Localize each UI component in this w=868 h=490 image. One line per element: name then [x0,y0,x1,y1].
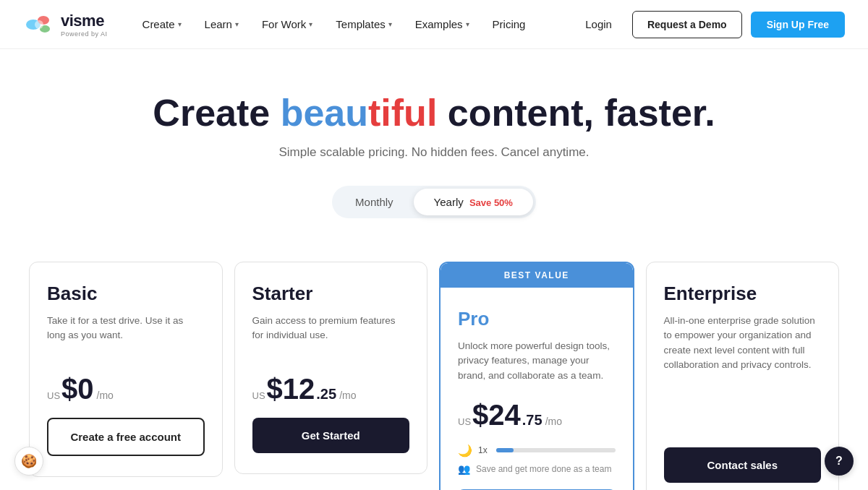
basic-amount: $0 [61,374,94,403]
enterprise-plan-card: Enterprise All-in-one enterprise grade s… [646,262,840,490]
pro-plan-desc: Unlock more powerful design tools, priva… [458,339,616,383]
enterprise-cta-button[interactable]: Contact sales [664,447,822,483]
basic-plan-name: Basic [47,283,205,305]
starter-plan-price: US $12 .25 /mo [252,374,410,403]
monthly-toggle[interactable]: Monthly [335,189,414,215]
basic-currency: US [47,390,60,401]
basic-plan-price: US $0 /mo [47,374,205,403]
help-icon: ? [835,455,843,468]
starter-cents: .25 [316,386,336,403]
chevron-icon: ▾ [388,20,392,28]
team-row: 👥 Save and get more done as a team [458,463,616,475]
hero-subtitle: Simple scalable pricing. No hidden fees.… [14,145,854,160]
team-text: Save and get more done as a team [476,464,611,474]
chevron-icon: ▾ [466,20,469,28]
nav-templates[interactable]: Templates ▾ [324,12,403,36]
nav-items: Create ▾ Learn ▾ For Work ▾ Templates ▾ … [131,12,537,36]
pro-plan-name: Pro [458,308,616,330]
logo-sub: Powered by AI [61,30,108,38]
pro-plan-card: BEST VALUE Pro Unlock more powerful desi… [439,262,634,490]
pro-period: /mo [545,416,562,427]
pro-cents: .75 [522,412,542,429]
enterprise-plan-desc: All-in-one enterprise grade solution to … [664,314,822,372]
slider-fill [496,448,514,452]
starter-plan-card: Starter Gain access to premium features … [234,262,428,474]
basic-card-inner: Basic Take it for a test drive. Use it a… [30,262,222,476]
chevron-icon: ▾ [178,20,182,28]
svg-point-3 [35,20,43,29]
help-button[interactable]: ? [825,447,854,476]
chevron-icon: ▾ [309,20,312,28]
basic-cta-button[interactable]: Create a free account [47,418,205,456]
navbar-right: Login Request a Demo Sign Up Free [574,11,845,38]
cookie-icon: 🍪 [21,453,37,469]
signup-button[interactable]: Sign Up Free [751,12,845,38]
save-badge: Save 50% [469,197,513,208]
hero-title: Create beautiful content, faster. [14,93,854,134]
logo-text: visme Powered by AI [61,12,108,38]
login-button[interactable]: Login [574,12,624,36]
enterprise-price-spacer [664,390,822,447]
best-value-badge: BEST VALUE [441,263,633,288]
hero-section: Create beautiful content, faster. Simple… [0,49,868,262]
cookie-button[interactable]: 🍪 [14,447,43,476]
slider-label-value: 1x [478,445,488,455]
yearly-toggle[interactable]: Yearly Save 50% [414,189,533,215]
pro-amount: $24 [472,400,521,429]
cards-container: Basic Take it for a test drive. Use it a… [29,262,839,490]
pro-plan-price: US $24 .75 /mo [458,400,616,429]
pricing-section: Basic Take it for a test drive. Use it a… [0,262,868,490]
pro-slider[interactable] [496,448,616,452]
starter-currency: US [252,390,265,401]
moon-icon: 🌙 [458,444,472,457]
nav-for-work[interactable]: For Work ▾ [250,12,324,36]
pro-currency: US [458,416,471,427]
starter-plan-desc: Gain access to premium features for indi… [252,314,410,357]
nav-pricing[interactable]: Pricing [481,12,537,36]
starter-period: /mo [339,390,356,401]
enterprise-card-inner: Enterprise All-in-one enterprise grade s… [647,262,839,490]
enterprise-plan-name: Enterprise [664,283,822,305]
logo[interactable]: visme Powered by AI [23,9,108,40]
logo-name: visme [61,12,108,30]
nav-create[interactable]: Create ▾ [131,12,193,36]
request-demo-button[interactable]: Request a Demo [632,11,742,38]
nav-learn[interactable]: Learn ▾ [193,12,250,36]
basic-plan-desc: Take it for a test drive. Use it as long… [47,314,205,357]
logo-icon [23,9,55,40]
navbar-left: visme Powered by AI Create ▾ Learn ▾ For… [23,9,537,40]
basic-period: /mo [97,390,114,401]
pro-slider-row: 🌙 1x [458,444,616,457]
pro-card-inner: Pro Unlock more powerful design tools, p… [441,288,633,490]
billing-toggle[interactable]: Monthly Yearly Save 50% [332,186,536,218]
chevron-icon: ▾ [235,20,239,28]
starter-plan-name: Starter [252,283,410,305]
starter-cta-button[interactable]: Get Started [252,418,410,453]
team-icon: 👥 [458,463,470,475]
starter-amount: $12 [267,374,315,403]
navbar: visme Powered by AI Create ▾ Learn ▾ For… [0,0,868,49]
starter-card-inner: Starter Gain access to premium features … [235,262,427,473]
basic-plan-card: Basic Take it for a test drive. Use it a… [29,262,223,477]
nav-examples[interactable]: Examples ▾ [404,12,481,36]
